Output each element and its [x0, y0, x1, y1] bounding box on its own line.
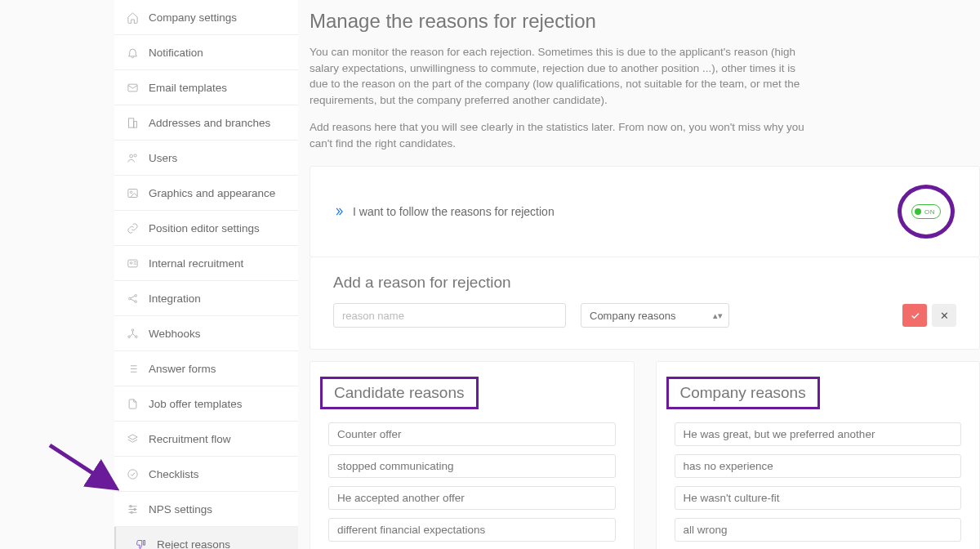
sidebar-item-label: Position editor settings: [149, 222, 260, 234]
sidebar-item-label: Webhooks: [149, 328, 201, 340]
svg-rect-7: [127, 260, 136, 267]
sidebar-item-label: Addresses and branches: [149, 117, 270, 129]
thumbdown-icon: [134, 538, 147, 549]
list-item[interactable]: He was great, but we preferred another: [675, 422, 962, 446]
bell-icon: [126, 46, 139, 59]
sidebar-item-label: Reject reasons: [157, 538, 230, 550]
sidebar-item-users[interactable]: Users: [114, 141, 298, 176]
intro-paragraph-2: Add reasons here that you will see clear…: [310, 119, 816, 151]
sidebar-item-label: Recruitment flow: [149, 433, 231, 445]
sidebar-item-label: Answer forms: [149, 363, 216, 375]
svg-point-15: [127, 469, 136, 478]
node-icon: [126, 327, 139, 340]
page-title: Manage the reasons for rejection: [310, 10, 980, 33]
file-icon: [126, 397, 139, 410]
sidebar-item-label: Company settings: [149, 11, 237, 24]
list-item[interactable]: He wasn't culture-fit: [675, 486, 962, 510]
intro-paragraph-1: You can monitor the reason for each reje…: [310, 44, 816, 108]
follow-reasons-label: I want to follow the reasons for rejecti…: [353, 205, 555, 218]
list-item[interactable]: different financial expectations: [328, 518, 616, 542]
sidebar-item-webhooks[interactable]: Webhooks: [114, 316, 298, 351]
building-icon: [126, 116, 139, 129]
main-content: Manage the reasons for rejection You can…: [298, 0, 980, 549]
svg-point-10: [135, 294, 137, 297]
sidebar-item-label: NPS settings: [149, 503, 212, 516]
sidebar-item-label: Internal recruitment: [149, 257, 243, 270]
users-icon: [126, 151, 139, 164]
sidebar-item-label: Users: [149, 152, 177, 164]
sidebar-item-label: Notification: [149, 47, 203, 59]
sidebar-item-label: Job offer templates: [149, 398, 243, 410]
add-reason-title: Add a reason for rejection: [333, 274, 956, 292]
highlight-ring: [898, 185, 955, 239]
svg-point-14: [135, 336, 137, 338]
svg-point-8: [130, 261, 132, 264]
checkcircle-icon: [126, 467, 139, 480]
sidebar-item-reject-reasons[interactable]: Reject reasons: [114, 527, 298, 549]
sliders-icon: [126, 502, 139, 516]
company-reasons-title: Company reasons: [666, 377, 820, 409]
sidebar-item-email-templates[interactable]: Email templates: [114, 70, 298, 105]
share-icon: [126, 292, 139, 305]
intro-text: You can monitor the reason for each reje…: [310, 44, 816, 151]
sidebar-item-answer-forms[interactable]: Answer forms: [114, 351, 298, 386]
candidate-reasons-title: Candidate reasons: [320, 377, 479, 409]
image-icon: [126, 186, 139, 199]
svg-rect-5: [127, 189, 136, 197]
settings-sidebar: Company settings Notification Email temp…: [114, 0, 298, 549]
svg-point-11: [135, 301, 137, 303]
list-item[interactable]: He accepted another offer: [328, 486, 616, 510]
sidebar-item-notification[interactable]: Notification: [114, 35, 298, 70]
svg-point-9: [128, 297, 131, 300]
list-item[interactable]: has no experience: [675, 454, 962, 478]
svg-point-3: [129, 154, 132, 158]
cancel-add-button[interactable]: ✕: [932, 304, 956, 327]
svg-rect-0: [127, 84, 136, 92]
home-icon: [126, 11, 139, 24]
list-item[interactable]: stopped communicating: [328, 454, 616, 478]
sidebar-item-internal-recruitment[interactable]: Internal recruitment: [114, 246, 298, 281]
mail-icon: [126, 81, 139, 94]
list-item[interactable]: Counter offer: [328, 422, 616, 446]
id-icon: [126, 257, 139, 270]
list-icon: [126, 362, 139, 375]
follow-reasons-card: I want to follow the reasons for rejecti…: [310, 166, 980, 257]
company-reasons-column: Company reasons He was great, but we pre…: [656, 361, 981, 549]
svg-rect-2: [133, 121, 136, 127]
svg-point-13: [127, 336, 130, 338]
reason-category-select[interactable]: Company reasons: [581, 303, 729, 328]
svg-point-12: [131, 328, 134, 331]
sidebar-item-recruitment-flow[interactable]: Recruitment flow: [114, 422, 298, 457]
sidebar-item-label: Checklists: [149, 468, 199, 480]
sidebar-item-company-settings[interactable]: Company settings: [114, 0, 298, 35]
reason-name-input[interactable]: [333, 303, 566, 328]
sidebar-item-integration[interactable]: Integration: [114, 281, 298, 316]
link-icon: [126, 221, 139, 234]
chevrons-right-icon: [333, 206, 345, 217]
list-item[interactable]: all wrong: [675, 518, 962, 542]
svg-point-6: [130, 191, 132, 194]
sidebar-item-nps-settings[interactable]: NPS settings: [114, 492, 298, 527]
confirm-add-button[interactable]: [902, 304, 927, 327]
sidebar-item-position-editor[interactable]: Position editor settings: [114, 211, 298, 246]
sidebar-item-label: Graphics and appearance: [149, 187, 275, 199]
sidebar-item-graphics[interactable]: Graphics and appearance: [114, 176, 298, 211]
sidebar-item-addresses[interactable]: Addresses and branches: [114, 105, 298, 141]
sidebar-item-label: Integration: [149, 292, 201, 305]
sidebar-item-label: Email templates: [149, 82, 227, 94]
sidebar-item-checklists[interactable]: Checklists: [114, 457, 298, 492]
candidate-reasons-column: Candidate reasons Counter offer stopped …: [310, 361, 635, 549]
add-reason-card: Add a reason for rejection Company reaso…: [310, 257, 980, 350]
svg-point-4: [134, 154, 136, 156]
layers-icon: [126, 432, 139, 445]
svg-rect-1: [128, 118, 133, 127]
sidebar-item-job-offer-templates[interactable]: Job offer templates: [114, 386, 298, 422]
